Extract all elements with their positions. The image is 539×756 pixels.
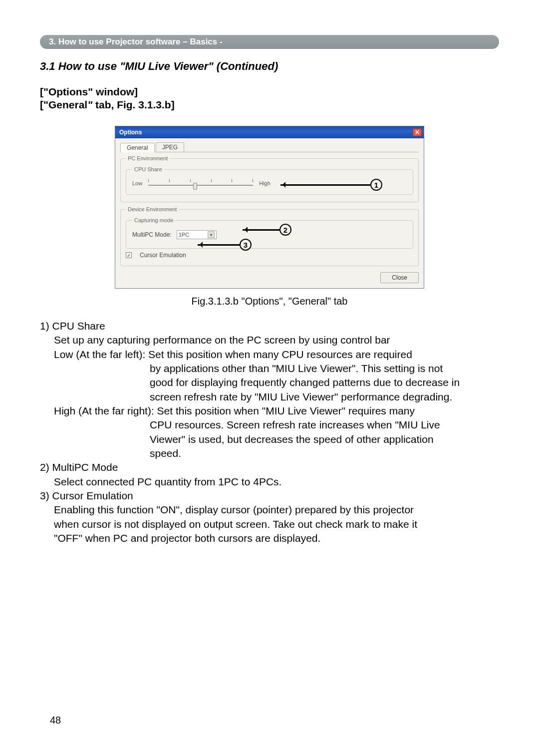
label-high: High <box>259 180 270 186</box>
line-1: 1) CPU Share <box>40 319 499 333</box>
close-button[interactable]: Close <box>380 272 419 283</box>
line-2: Set up any capturing performance on the … <box>40 333 499 347</box>
sub2-italic: " <box>87 99 92 110</box>
callout-number-3: 3 <box>240 239 252 251</box>
callout-1: 1 <box>280 179 382 191</box>
line-6: Select connected PC quantity from 1PC to… <box>40 475 499 489</box>
figure-caption: Fig.3.1.3.b "Options", "General" tab <box>40 296 499 307</box>
tab-general[interactable]: General <box>120 143 155 152</box>
screenshot-options-window: Options ✕ General JPEG PC Environment CP… <box>115 126 424 289</box>
line-9: when cursor is not displayed on output s… <box>40 517 499 531</box>
legend-pc-environment: PC Environment <box>126 155 170 161</box>
line-3b: by applications other than "MIU Live Vie… <box>40 362 499 376</box>
line-7: 3) Cursor Emulation <box>40 489 499 503</box>
titlebar: Options ✕ <box>115 126 424 138</box>
subheading-options-window: ["Options" window] <box>40 86 499 98</box>
line-4b: CPU resources. Screen refresh rate incre… <box>40 418 499 432</box>
line-4c: Viewer" is used, but decreases the speed… <box>40 432 499 446</box>
line-3d: screen refresh rate by "MIU Live Viewer"… <box>40 390 499 404</box>
line-5: 2) MultiPC Mode <box>40 460 499 474</box>
label-multipc: MultiPC Mode: <box>132 231 172 238</box>
page-number: 48 <box>50 715 61 726</box>
line-4: High (At the far right): Set this positi… <box>40 404 499 418</box>
chevron-down-icon[interactable]: ▾ <box>208 231 215 238</box>
close-icon[interactable]: ✕ <box>413 128 422 136</box>
tabs: General JPEG <box>120 142 419 152</box>
callout-3: 3 <box>198 239 252 251</box>
slider-thumb[interactable] <box>193 183 197 190</box>
cursor-emulation-checkbox[interactable]: ✓ <box>126 252 132 258</box>
group-device-environment: Device Environment Capturing mode MultiP… <box>120 206 419 266</box>
window-options: Options ✕ General JPEG PC Environment CP… <box>115 126 424 289</box>
cpu-share-slider[interactable] <box>148 179 253 187</box>
label-cursor-emulation: Cursor Emulation <box>140 252 186 259</box>
line-3: Low (At the far left): Set this position… <box>40 348 499 362</box>
legend-capturing-mode: Capturing mode <box>132 217 175 223</box>
legend-cpu-share: CPU Share <box>132 166 164 172</box>
multipc-value: 1PC <box>179 232 189 238</box>
callout-2: 2 <box>243 224 291 236</box>
line-10: "OFF" when PC and projector both cursors… <box>40 531 499 545</box>
line-4d: speed. <box>40 446 499 460</box>
tab-jpeg[interactable]: JPEG <box>156 142 184 152</box>
window-title: Options <box>119 129 142 136</box>
body-text: 1) CPU Share Set up any capturing perfor… <box>40 319 499 546</box>
line-8: Enabling this function "ON", display cur… <box>40 503 499 517</box>
legend-device-environment: Device Environment <box>126 206 179 212</box>
multipc-dropdown[interactable]: 1PC ▾ <box>177 230 217 239</box>
label-low: Low <box>132 180 142 186</box>
sub2-prefix: ["General <box>40 99 87 110</box>
sub2-suffix: tab, Fig. 3.1.3.b] <box>92 99 175 110</box>
line-3c: good for displaying frequently changed p… <box>40 376 499 389</box>
callout-number-1: 1 <box>370 179 382 191</box>
section-title: 3.1 How to use "MIU Live Viewer" (Contin… <box>40 60 499 73</box>
breadcrumb: 3. How to use Projector software – Basic… <box>40 35 499 49</box>
callout-number-2: 2 <box>279 224 291 236</box>
subheading-general-tab: ["General" tab, Fig. 3.1.3.b] <box>40 99 499 111</box>
